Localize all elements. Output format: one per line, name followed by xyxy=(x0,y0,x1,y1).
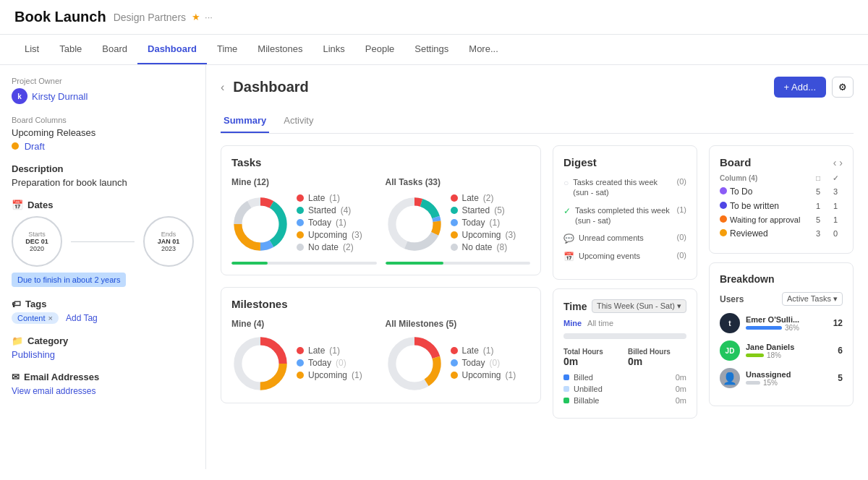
dashboard-grid: Tasks Mine (12) xyxy=(221,145,854,419)
category-icon: 📁 xyxy=(12,335,23,346)
app-header: Book Launch Design Partners ★ ··· xyxy=(0,0,868,35)
nav-links[interactable]: Links xyxy=(312,35,354,64)
star-icon[interactable]: ★ xyxy=(192,12,200,22)
tag-label: Content xyxy=(17,314,46,322)
tasks-mine-legend: Late (1) Started(4) Today (1) Upcoming(3… xyxy=(297,193,377,254)
board-column: Board ‹ › Column (4) □ ✓ To Do 5 xyxy=(709,145,854,419)
user2-pct: 18% xyxy=(767,351,781,359)
billable-dot xyxy=(563,398,569,403)
draft-label[interactable]: Draft xyxy=(25,141,45,152)
digest-item-comments: 💬 Unread comments (0) xyxy=(563,233,686,244)
user-badge: k Kirsty Durnall xyxy=(12,88,88,104)
time-title: Time xyxy=(563,301,587,312)
check-icon: ✓ xyxy=(563,206,571,216)
board-row-todo: To Do 5 3 xyxy=(720,187,843,197)
nav-people[interactable]: People xyxy=(355,35,404,64)
milestones-mine: Mine (4) Late xyxy=(231,319,377,393)
written-done: 1 xyxy=(828,202,843,210)
all-nodate: No date (8) xyxy=(451,242,531,252)
board-next-button[interactable]: › xyxy=(839,157,843,168)
dot-yellow xyxy=(297,231,304,239)
digest-column: Digest ○ Tasks created this week (sun - … xyxy=(553,145,697,419)
content-tag[interactable]: Content × xyxy=(12,312,59,324)
nav-time[interactable]: Time xyxy=(207,35,247,64)
board-col-done-header: ✓ xyxy=(828,174,843,182)
more-dots-icon[interactable]: ··· xyxy=(205,12,213,22)
nav-board[interactable]: Board xyxy=(92,35,137,64)
user2-bar-row: 18% xyxy=(746,351,832,359)
nav-settings[interactable]: Settings xyxy=(404,35,459,64)
tasks-all-legend: Late (2) Started(5) Today (1) Upcoming(3… xyxy=(451,193,531,254)
settings-button[interactable]: ⚙ xyxy=(832,77,854,98)
written-dot xyxy=(720,202,727,209)
milestones-card: Milestones Mine (4) xyxy=(221,287,541,403)
nav-more[interactable]: More... xyxy=(459,35,508,64)
milestones-all-chart: Late (1) Today (0) Upcoming(1) xyxy=(386,335,531,393)
user1-pct: 36% xyxy=(785,324,799,332)
collapse-sidebar-button[interactable]: ‹ xyxy=(221,81,224,94)
main-actions: + Add... ⚙ xyxy=(774,77,854,98)
sidebar-dates: 📅 Dates Starts DEC 01 2020 Ends JAN 01 2… xyxy=(12,200,194,287)
breakdown-users-label: Users xyxy=(720,294,744,304)
task-row-today: Today (1) xyxy=(297,218,377,228)
remove-tag-button[interactable]: × xyxy=(48,314,53,322)
time-card: Time This Week (Sun - Sat) ▾ Mine All ti… xyxy=(553,288,697,419)
tab-activity[interactable]: Activity xyxy=(281,109,316,133)
category-value[interactable]: Publishing xyxy=(12,349,55,360)
reviewed-open: 3 xyxy=(811,229,825,238)
user-name[interactable]: Kirsty Durnall xyxy=(32,91,88,102)
time-selector[interactable]: This Week (Sun - Sat) ▾ xyxy=(592,299,686,313)
milestones-all-donut xyxy=(386,335,443,393)
dot-blue xyxy=(297,219,304,226)
digest-item-events: 📅 Upcoming events (0) xyxy=(563,251,686,262)
milestones-all-legend: Late (1) Today (0) Upcoming(1) xyxy=(451,346,531,382)
add-tag-button[interactable]: Add Tag xyxy=(66,313,98,323)
time-tab-all[interactable]: All time xyxy=(587,319,613,327)
tag-icon: 🏷 xyxy=(12,299,21,309)
circle-icon: ○ xyxy=(563,178,569,188)
digest-item-completed: ✓ Tasks completed this week (sun - sat) … xyxy=(563,205,686,226)
calendar-icon: 📅 xyxy=(563,252,574,262)
nav-milestones[interactable]: Milestones xyxy=(247,35,312,64)
due-notice: Due to finish in about 2 years xyxy=(12,273,126,287)
description-section-title: Description xyxy=(12,163,194,174)
ends-month: JAN 01 xyxy=(158,238,180,245)
breakdown-filter-button[interactable]: Active Tasks ▾ xyxy=(782,292,843,306)
board-row-waiting-label: Waiting for approval xyxy=(720,215,808,224)
dashboard-tabs: Summary Activity xyxy=(221,109,854,134)
nav-table[interactable]: Table xyxy=(49,35,92,64)
description-value: Preparation for book launch xyxy=(12,177,194,188)
board-columns-value: Upcoming Releases xyxy=(12,127,194,138)
progress-fill2 xyxy=(386,262,443,265)
tasks-all-chart: Late (2) Started(5) Today (1) Upcoming(3… xyxy=(386,193,531,254)
start-date: Starts DEC 01 2020 xyxy=(12,216,62,267)
billed-val: 0m xyxy=(676,373,686,382)
dot-red xyxy=(297,194,304,202)
view-email-link[interactable]: View email addresses xyxy=(12,386,96,396)
reviewed-dot xyxy=(720,229,727,236)
ends-label: Ends xyxy=(161,231,176,238)
tab-summary[interactable]: Summary xyxy=(221,109,269,133)
billed-label: Billed xyxy=(574,373,593,382)
add-button[interactable]: + Add... xyxy=(774,77,826,98)
main-header: ‹ Dashboard + Add... ⚙ xyxy=(221,77,854,98)
milestones-mine-chart: Late (1) Today (0) Upcoming(1) xyxy=(231,335,377,393)
starts-month: DEC 01 xyxy=(25,238,48,245)
board-columns-label: Board Columns xyxy=(12,116,194,124)
dot-gray2 xyxy=(451,244,458,251)
nav-dashboard[interactable]: Dashboard xyxy=(137,35,207,64)
board-prev-button[interactable]: ‹ xyxy=(833,157,837,168)
nav-list[interactable]: List xyxy=(14,35,49,64)
tasks-all-donut xyxy=(386,195,443,253)
tasks-mine-chart: Late (1) Started(4) Today (1) Upcoming(3… xyxy=(231,193,377,254)
tasks-mine-progress xyxy=(231,262,377,265)
m-dot-yellow xyxy=(297,372,304,379)
breakdown-user-1: t Emer O'Sulli... 36% 12 xyxy=(720,313,843,333)
email-section: ✉ Email Addresses xyxy=(12,372,194,382)
total-hours-label: Total Hours xyxy=(563,348,622,356)
digest-count-completed: (1) xyxy=(677,205,686,214)
digest-count-events: (0) xyxy=(677,251,686,260)
time-tab-mine[interactable]: Mine xyxy=(563,319,582,327)
board-header: Board ‹ › xyxy=(720,156,843,168)
breakdown-card: Breakdown Users Active Tasks ▾ t Emer O'… xyxy=(709,262,854,406)
